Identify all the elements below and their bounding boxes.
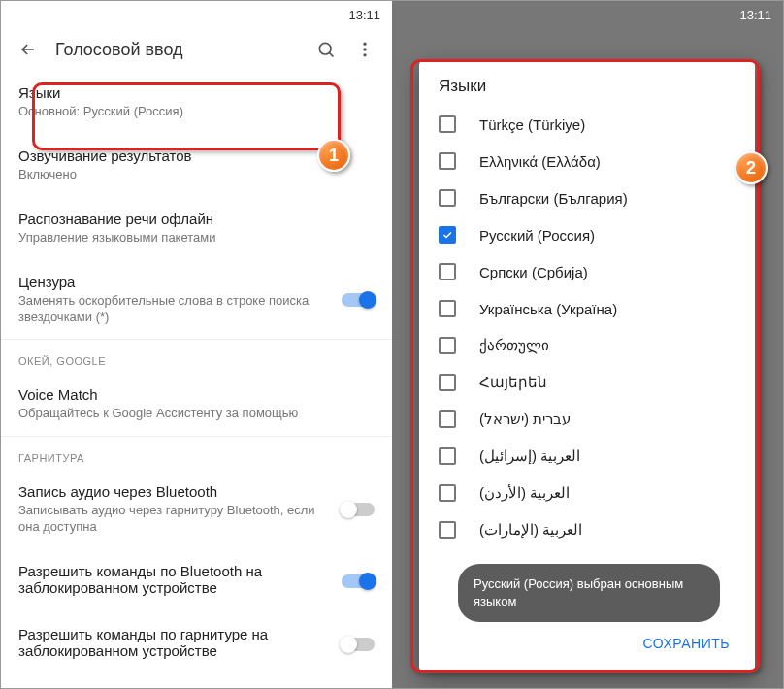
setting-offline[interactable]: Распознавание речи офлайн Управление язы… — [1, 197, 392, 260]
checkbox-icon[interactable] — [439, 484, 456, 502]
language-option[interactable]: العربية (الإمارات) — [425, 511, 749, 548]
language-dialog: Языки Türkçe (Türkiye)Ελληνικά (Ελλάδα)Б… — [419, 61, 755, 671]
language-label: العربية (الأردن) — [479, 484, 570, 502]
section-ok-google: Окей, Google — [1, 339, 392, 373]
headset-lock-switch[interactable] — [342, 638, 375, 651]
svg-point-0 — [319, 43, 331, 54]
language-option[interactable]: Български (България) — [425, 180, 749, 216]
checkbox-icon[interactable] — [439, 263, 456, 280]
language-option[interactable]: Ελληνικά (Ελλάδα) — [425, 143, 749, 180]
language-option[interactable]: العربية (الأردن) — [425, 475, 749, 511]
section-headset: Гарнитура — [1, 436, 392, 470]
overflow-icon[interactable] — [345, 30, 384, 69]
checkbox-icon[interactable] — [439, 337, 456, 354]
status-bar: 13:11 — [392, 1, 783, 28]
censor-switch[interactable] — [342, 293, 375, 307]
language-option[interactable]: Türkçe (Türkiye) — [425, 106, 749, 143]
page-title: Голосовой ввод — [48, 40, 307, 60]
search-icon[interactable] — [307, 30, 345, 69]
language-label: Українська (Україна) — [479, 301, 617, 317]
checkbox-icon[interactable] — [439, 189, 456, 207]
checkbox-icon[interactable] — [439, 521, 456, 539]
setting-bt-audio[interactable]: Запись аудио через Bluetooth Записывать … — [1, 470, 392, 549]
svg-point-1 — [363, 43, 366, 46]
language-label: Türkçe (Türkiye) — [479, 116, 585, 133]
setting-bt-lock[interactable]: Разрешить команды по Bluetooth на заблок… — [1, 549, 392, 612]
language-label: עברית (ישראל) — [479, 410, 571, 428]
settings-screen: 13:11 Голосовой ввод Языки Основной: Рус… — [1, 1, 392, 688]
dialog-title: Языки — [419, 61, 755, 106]
language-label: العربية (الإمارات) — [479, 521, 582, 539]
setting-headset-lock[interactable]: Разрешить команды по гарнитуре на заблок… — [1, 612, 392, 675]
clock: 13:11 — [739, 8, 771, 22]
language-option[interactable]: Русский (Россия) — [425, 216, 749, 253]
status-bar: 13:11 — [1, 1, 392, 28]
setting-censor[interactable]: Цензура Заменять оскорбительные слова в … — [1, 260, 392, 340]
language-label: Русский (Россия) — [479, 227, 595, 244]
checkbox-icon[interactable] — [439, 447, 456, 465]
svg-point-2 — [363, 48, 366, 50]
clock: 13:11 — [348, 8, 380, 22]
language-label: ქართული — [479, 337, 549, 354]
language-option[interactable]: العربية (إسرائيل) — [425, 438, 749, 475]
setting-languages[interactable]: Языки Основной: Русский (Россия) — [1, 71, 392, 134]
language-list[interactable]: Türkçe (Türkiye)Ελληνικά (Ελλάδα)Българс… — [419, 106, 755, 620]
language-option[interactable]: Українська (Україна) — [425, 290, 749, 327]
setting-voice-match[interactable]: Voice Match Обращайтесь к Google Ассисте… — [1, 373, 392, 436]
language-option[interactable]: ქართული — [425, 327, 749, 364]
checkbox-icon[interactable] — [439, 300, 456, 317]
checkbox-icon[interactable] — [439, 374, 456, 391]
language-option[interactable]: Հայերեն — [425, 364, 749, 401]
language-dialog-screen: 13:11 Языки Türkçe (Türkiye)Ελληνικά (Ελ… — [392, 1, 783, 688]
bt-lock-switch[interactable] — [342, 574, 375, 588]
language-option[interactable]: Српски (Србија) — [425, 253, 749, 290]
bt-audio-switch[interactable] — [342, 503, 375, 516]
toast-message: Русский (Россия) выбран основным языком — [458, 564, 720, 622]
save-button[interactable]: СОХРАНИТЬ — [633, 630, 739, 657]
svg-point-3 — [363, 53, 366, 56]
app-bar: Голосовой ввод — [1, 28, 392, 71]
language-label: Ελληνικά (Ελλάδα) — [479, 153, 601, 170]
back-icon[interactable] — [9, 30, 48, 69]
language-label: العربية (إسرائيل) — [479, 447, 580, 465]
dialog-actions: СОХРАНИТЬ — [419, 620, 755, 671]
language-option[interactable]: עברית (ישראל) — [425, 401, 749, 438]
step-badge-1: 1 — [317, 139, 350, 172]
step-badge-2: 2 — [735, 151, 768, 184]
checkbox-icon[interactable] — [439, 115, 456, 133]
checkbox-icon[interactable] — [439, 226, 456, 244]
checkbox-icon[interactable] — [439, 410, 456, 428]
language-label: Српски (Србија) — [479, 264, 588, 280]
checkbox-icon[interactable] — [439, 152, 456, 170]
language-label: Български (България) — [479, 190, 628, 207]
language-label: Հայերեն — [479, 374, 547, 391]
